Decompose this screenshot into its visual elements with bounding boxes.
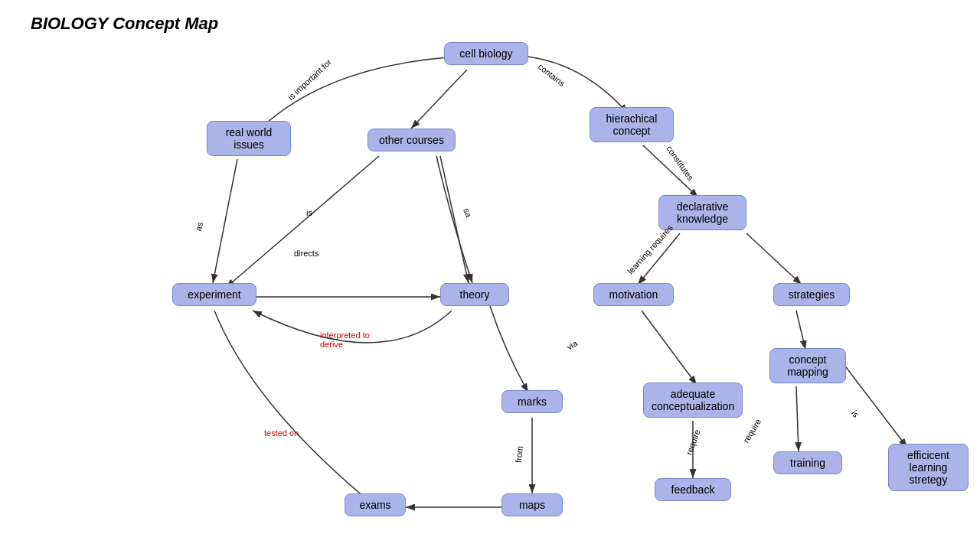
concept-map-svg — [0, 0, 980, 560]
label-directs: directs — [294, 249, 318, 258]
node-adequate-conceptualization: adequate conceptualization — [643, 383, 743, 418]
node-real-world-issues: real world issues — [207, 121, 291, 156]
node-exams: exams — [345, 493, 406, 516]
label-is: is — [306, 208, 312, 217]
label-as: as — [194, 221, 205, 232]
node-marks: marks — [501, 390, 563, 413]
label-interpreted-to-derive: interpreted toderive — [320, 330, 370, 349]
node-training: training — [773, 451, 842, 474]
node-experiment: experiment — [172, 283, 256, 306]
node-declarative-knowledge: declarative knowledge — [658, 195, 746, 230]
node-efficicent-learning: efficicent learning stretegy — [888, 444, 969, 491]
label-sa: sa — [462, 207, 473, 218]
node-strategies: strategies — [773, 283, 850, 306]
node-motivation: motivation — [593, 283, 674, 306]
node-concept-mapping: concept mapping — [769, 348, 846, 383]
page-title: BIOLOGY Concept Map — [31, 14, 218, 34]
label-tested-on: tested on — [264, 428, 299, 438]
node-feedback: feedback — [655, 478, 731, 501]
label-from: from — [514, 446, 524, 464]
label-is-2: is — [850, 409, 861, 419]
label-require-2: require — [741, 417, 763, 444]
label-require-1: require — [684, 428, 702, 456]
node-other-courses: other courses — [368, 129, 456, 151]
label-contains: contains — [537, 62, 567, 89]
label-via: via — [565, 338, 579, 352]
label-learning-requires: learning requires — [626, 223, 675, 276]
node-maps: maps — [501, 493, 563, 516]
node-cell-biology: cell biology — [444, 42, 528, 65]
node-theory: theory — [440, 283, 509, 306]
label-is-important-for: is important for — [286, 57, 333, 102]
label-constitutes: constitutes — [665, 144, 695, 182]
node-hierachical-concept: hierachical concept — [590, 107, 674, 142]
